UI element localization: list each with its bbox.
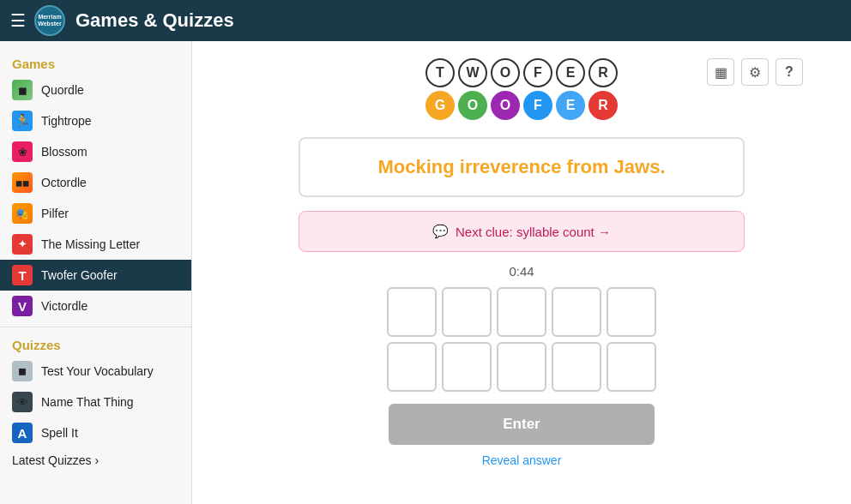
layout: Games ◼ Quordle 🏃 Tightrope ❀ Blossom ◼◼… <box>0 41 851 504</box>
header-title: Games & Quizzes <box>75 9 234 32</box>
logo: MerriamWebster <box>34 5 65 36</box>
letter-box-1-2[interactable] <box>442 287 492 337</box>
letter-box-1-5[interactable] <box>607 287 656 337</box>
sidebar-label-tightrope: Tightrope <box>41 114 92 128</box>
title-top-row: T W O F E R <box>426 58 618 87</box>
title-tile-E2: E <box>556 91 585 120</box>
letter-grid <box>387 287 656 392</box>
title-tile-R: R <box>588 58 618 87</box>
sidebar-label-name: Name That Thing <box>41 395 134 409</box>
letter-row-2 <box>387 342 656 392</box>
sidebar-item-twofer[interactable]: T Twofer Goofer <box>0 260 191 291</box>
pilfer-icon: 🎭 <box>12 203 33 224</box>
title-tile-W: W <box>458 58 487 87</box>
blossom-icon: ❀ <box>12 141 33 162</box>
victordle-icon: V <box>12 296 33 316</box>
sidebar-item-blossom[interactable]: ❀ Blossom <box>0 136 191 167</box>
games-section-title: Games <box>0 51 191 75</box>
sidebar-label-octordle: Octordle <box>41 176 87 189</box>
sidebar-item-victordle[interactable]: V Victordle <box>0 291 191 321</box>
twofer-icon: T <box>12 265 33 285</box>
game-title-area: ▦ ⚙ ? T W O F E R G O <box>206 58 837 123</box>
title-tile-R2: R <box>588 91 618 120</box>
header: ☰ MerriamWebster Games & Quizzes <box>0 0 851 41</box>
header-icons: ▦ ⚙ ? <box>707 58 803 86</box>
letter-box-2-1[interactable] <box>387 342 437 392</box>
quordle-icon: ◼ <box>12 80 33 100</box>
title-tile-E: E <box>556 58 585 87</box>
logo-text: MerriamWebster <box>38 14 62 27</box>
calendar-button[interactable]: ▦ <box>707 58 734 86</box>
sidebar-label-quordle: Quordle <box>41 83 84 97</box>
next-clue-button[interactable]: 💬 Next clue: syllable count → <box>299 211 745 252</box>
settings-button[interactable]: ⚙ <box>741 58 769 86</box>
title-tile-O1: O <box>458 91 487 120</box>
sidebar-item-spell[interactable]: A Spell It <box>0 417 191 448</box>
title-tile-O2: O <box>491 91 520 120</box>
main-content: ▦ ⚙ ? T W O F E R G O <box>192 41 851 504</box>
sidebar-label-twofer: Twofer Goofer <box>41 268 118 282</box>
latest-quizzes-label: Latest Quizzes <box>12 453 92 467</box>
sidebar-item-missing[interactable]: ✦ The Missing Letter <box>0 229 191 260</box>
sidebar-label-missing: The Missing Letter <box>41 237 140 251</box>
sidebar-item-tightrope[interactable]: 🏃 Tightrope <box>0 105 191 136</box>
vocab-icon: ◼ <box>12 361 33 381</box>
sidebar-label-pilfer: Pilfer <box>41 207 69 220</box>
letter-box-1-4[interactable] <box>552 287 601 337</box>
next-clue-icon: 💬 <box>432 224 449 239</box>
logo-circle: MerriamWebster <box>34 5 65 36</box>
spell-icon: A <box>12 423 33 443</box>
letter-box-2-5[interactable] <box>607 342 656 392</box>
clue-text: Mocking irreverence from Jaws. <box>377 156 665 177</box>
quizzes-section-title: Quizzes <box>0 333 191 356</box>
clue-box: Mocking irreverence from Jaws. <box>299 137 745 197</box>
reveal-answer-link[interactable]: Reveal answer <box>482 453 562 467</box>
tightrope-icon: 🏃 <box>12 111 33 131</box>
sidebar-item-name[interactable]: 👁 Name That Thing <box>0 387 191 417</box>
letter-row-1 <box>387 287 656 337</box>
sidebar-item-vocab[interactable]: ◼ Test Your Vocabulary <box>0 356 191 387</box>
sidebar-label-victordle: Victordle <box>41 299 88 313</box>
calendar-icon: ▦ <box>715 64 727 81</box>
title-tile-F2: F <box>523 91 552 120</box>
enter-button[interactable]: Enter <box>389 404 655 445</box>
name-icon: 👁 <box>12 392 33 412</box>
letter-box-2-3[interactable] <box>497 342 546 392</box>
sidebar-item-pilfer[interactable]: 🎭 Pilfer <box>0 198 191 229</box>
title-tile-G: G <box>426 91 455 120</box>
letter-box-1-1[interactable] <box>387 287 437 337</box>
letter-box-2-2[interactable] <box>442 342 492 392</box>
title-bottom-row: G O O F E R <box>426 91 618 120</box>
sidebar-item-octordle[interactable]: ◼◼ Octordle <box>0 167 191 198</box>
next-clue-label: Next clue: syllable count → <box>456 225 611 239</box>
title-tile-F: F <box>523 58 552 87</box>
letter-box-1-3[interactable] <box>497 287 546 337</box>
help-icon: ? <box>785 64 794 80</box>
menu-icon[interactable]: ☰ <box>10 10 26 31</box>
timer: 0:44 <box>509 264 534 279</box>
sidebar-divider <box>0 327 191 327</box>
octordle-icon: ◼◼ <box>12 172 33 193</box>
sidebar-item-quordle[interactable]: ◼ Quordle <box>0 75 191 105</box>
missing-icon: ✦ <box>12 234 33 255</box>
sidebar-label-vocab: Test Your Vocabulary <box>41 364 154 378</box>
sidebar: Games ◼ Quordle 🏃 Tightrope ❀ Blossom ◼◼… <box>0 41 192 504</box>
sidebar-label-blossom: Blossom <box>41 145 88 159</box>
letter-box-2-4[interactable] <box>552 342 601 392</box>
title-tile-O: O <box>491 58 520 87</box>
sidebar-label-spell: Spell It <box>41 426 78 440</box>
latest-quizzes-arrow: › <box>95 453 100 467</box>
title-tile-T: T <box>426 58 455 87</box>
help-button[interactable]: ? <box>776 58 803 86</box>
gear-icon: ⚙ <box>749 64 761 81</box>
latest-quizzes-link[interactable]: Latest Quizzes › <box>0 448 191 472</box>
